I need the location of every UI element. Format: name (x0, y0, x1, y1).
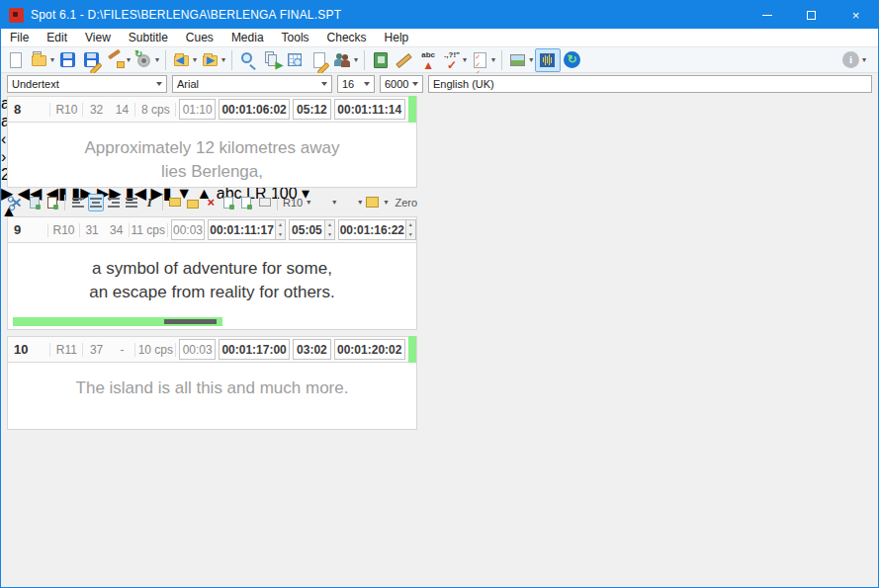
intro-time-field[interactable]: 00:03 (179, 339, 216, 360)
intro-time-field[interactable]: 00:03 (171, 219, 206, 240)
timecode-out-spinner[interactable]: ▲▼ (406, 219, 416, 240)
menu-view[interactable]: View (76, 31, 120, 44)
align-center-button[interactable] (88, 194, 103, 211)
font-size-select[interactable]: 16 (337, 75, 375, 93)
delete-subtitle-button[interactable]: × (204, 194, 219, 211)
background-color-button[interactable] (365, 194, 380, 211)
subtitle-row-header-active[interactable]: 9 R10 31 34 11 cps 00:03 00:01:11:17 ▲▼ … (7, 216, 417, 243)
menu-edit[interactable]: Edit (38, 31, 76, 44)
paste-button[interactable] (44, 194, 59, 211)
timecode-out-field[interactable]: 00:01:16:22 (338, 219, 405, 240)
measure-button[interactable] (393, 48, 416, 72)
copy-export-button[interactable]: ▶ (260, 48, 284, 72)
align-left-button[interactable] (70, 194, 85, 211)
edit-text-button[interactable] (308, 48, 331, 72)
spinner-up-icon[interactable]: ▲ (276, 220, 285, 230)
spinner-up-icon[interactable]: ▲ (325, 220, 334, 230)
cut-button[interactable] (9, 194, 24, 211)
minimize-button[interactable] (745, 1, 789, 29)
maximize-button[interactable] (789, 1, 834, 29)
find-in-list-button[interactable] (284, 48, 308, 72)
timecode-out-field[interactable]: 00:01:11:14 (334, 99, 405, 120)
box-toggle-button[interactable] (257, 194, 272, 211)
border-style-button[interactable] (313, 194, 328, 211)
new-button[interactable] (4, 48, 28, 72)
spinner-down-icon[interactable]: ▼ (406, 230, 415, 240)
menu-cues[interactable]: Cues (177, 31, 222, 44)
menu-tools[interactable]: Tools (273, 31, 318, 44)
insert-before-button[interactable] (221, 194, 236, 211)
align-justify-icon (126, 198, 137, 208)
subtitle-line: The island is all this and much more. (8, 363, 416, 400)
export-media-button[interactable]: ↻▾ (132, 48, 161, 72)
language-field[interactable]: English (UK) (428, 75, 872, 93)
duration-field[interactable]: 05:12 (293, 99, 330, 120)
timecode-out-field[interactable]: 00:01:20:02 (334, 339, 405, 360)
close-button[interactable]: × (834, 1, 878, 29)
dropdown-caret-icon: ▾ (332, 198, 336, 207)
insert-subtitle-button[interactable] (168, 194, 183, 211)
align-right-button[interactable] (107, 194, 122, 211)
menu-media[interactable]: Media (222, 31, 273, 44)
style-tag[interactable]: R10 (47, 223, 78, 237)
settings-bar: Undertext Arial 16 6000 English (UK) (1, 73, 878, 95)
intro-time-field[interactable]: 01:10 (179, 99, 216, 120)
spellcheck-button[interactable]: abc▲ (416, 48, 440, 72)
style-tag[interactable]: R11 (49, 343, 82, 357)
merge-subtitle-button[interactable] (186, 194, 201, 211)
font-select[interactable]: Arial (172, 75, 332, 93)
menu-checks[interactable]: Checks (318, 31, 376, 44)
copy-button[interactable] (27, 194, 42, 211)
save-as-icon (82, 50, 102, 70)
audio-wave-button[interactable] (535, 48, 561, 72)
align-justify-button[interactable] (125, 194, 139, 211)
color-picker-button[interactable] (339, 194, 354, 211)
duration-field[interactable]: 03:02 (293, 339, 330, 360)
checklist-button[interactable]: ▾ (469, 48, 497, 72)
timecode-in-field[interactable]: 00:01:11:17 (208, 219, 275, 240)
style-select[interactable]: R10 (283, 197, 303, 209)
save-button[interactable] (56, 48, 80, 72)
menu-subtitle[interactable]: Subtitle (120, 31, 177, 44)
menu-file[interactable]: File (1, 31, 38, 44)
italic-button[interactable]: I (142, 194, 157, 211)
spinner-up-icon[interactable]: ▲ (406, 220, 415, 230)
punctuation-check-button[interactable]: .,?!”✓▾ (440, 48, 469, 72)
save-as-button[interactable] (80, 48, 104, 72)
timecode-in-field[interactable]: 00:01:06:02 (219, 99, 290, 120)
timecode-in-spinner[interactable]: ▲▼ (276, 219, 286, 240)
dropdown-caret-icon: ▾ (354, 55, 358, 64)
spinner-down-icon[interactable]: ▼ (276, 230, 285, 240)
subtitle-row-header[interactable]: 10 R11 37 - 10 cps 00:03 00:01:17:00 03:… (7, 336, 417, 363)
collaborate-button[interactable]: ▾ (331, 48, 360, 72)
subtitle-text-box[interactable]: The island is all this and much more. (7, 363, 417, 430)
menu-help[interactable]: Help (376, 31, 418, 44)
spacing-select[interactable]: 6000 (380, 75, 423, 93)
char-count2: 34 (105, 223, 129, 237)
spinner-down-icon[interactable]: ▼ (325, 230, 334, 240)
open-button[interactable]: ▾ (28, 48, 56, 72)
sync-button[interactable]: ↻ (561, 48, 584, 72)
track-select[interactable]: Undertext (7, 75, 167, 93)
timecode-in-field[interactable]: 00:01:17:00 (219, 339, 290, 360)
subtitle-row-header[interactable]: 8 R10 32 14 8 cps 01:10 00:01:06:02 05:1… (7, 96, 417, 123)
search-button[interactable] (236, 48, 260, 72)
app-icon (9, 8, 24, 23)
style-tag[interactable]: R10 (49, 103, 82, 117)
zero-label[interactable]: Zero (395, 197, 417, 209)
notebook-button[interactable] (369, 48, 393, 72)
media-view-button[interactable]: ▾ (506, 48, 535, 72)
next-file-button[interactable]: ▶▾ (199, 48, 227, 72)
title-bar[interactable]: Spot 6.1 - D:\FILES\BERLENGA\BERLENGA FI… (1, 1, 878, 29)
info-button[interactable]: i▾ (839, 48, 868, 72)
duration-spinner[interactable]: ▲▼ (325, 219, 335, 240)
clean-button[interactable]: ▾ (104, 48, 132, 72)
duration-field[interactable]: 05:05 (289, 219, 324, 240)
subtitle-text-box[interactable]: Approximately 12 kilometres away lies Be… (7, 123, 417, 188)
toolbar-separator (364, 50, 365, 70)
subtitle-text-box-active[interactable]: a symbol of adventure for some, an escap… (7, 243, 417, 330)
toolbar-separator (277, 195, 278, 210)
insert-after-button[interactable] (239, 194, 254, 211)
copy-pages-icon: ▶ (262, 50, 282, 70)
prev-file-button[interactable]: ◀▾ (170, 48, 199, 72)
